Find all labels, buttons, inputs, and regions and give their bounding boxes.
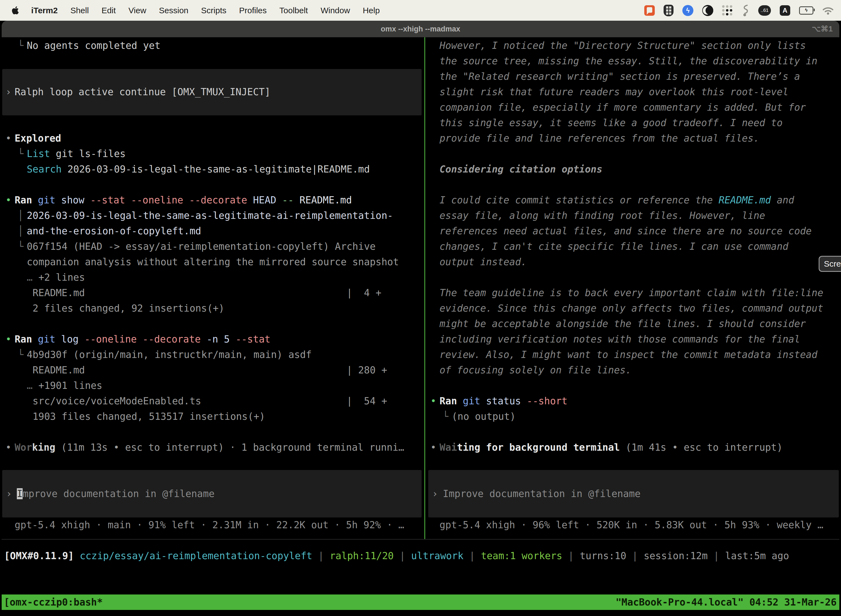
terminal-line: Search 2026-03-09-is-legal-the-same-as-l…: [0, 161, 419, 177]
terminal-line: slight risk that future readers may over…: [425, 84, 841, 100]
menu-items: iTerm2ShellEditViewSessionScriptsProfile…: [31, 6, 379, 15]
bullet-icon: •: [431, 440, 436, 455]
terminal-line: 2 files changed, 92 insertions(+): [0, 301, 419, 316]
tree-guide-icon: │: [18, 223, 23, 239]
terminal-line: provide file and line references from th…: [425, 131, 841, 146]
terminal-line: … +1901 lines: [0, 378, 419, 393]
terminal-line: │and-the-erosion-of-copyleft.md: [0, 223, 419, 239]
bullet-icon: •: [6, 331, 11, 347]
screen: omx --xhigh --madmax ⌥⌘1 iTerm2ShellEdit…: [0, 0, 841, 616]
terminal-line: I could cite commit statistics or refere…: [425, 192, 841, 208]
terminal-line: •Working (11m 13s • esc to interrupt) · …: [0, 440, 419, 455]
terminal-line: references need actual files, and since …: [425, 223, 841, 239]
tree-guide-icon: └: [18, 239, 23, 254]
terminal-line: including verification notes with those …: [425, 331, 841, 347]
menu-shell[interactable]: Shell: [70, 6, 89, 15]
prompt-chevron-icon: ›: [6, 84, 11, 100]
dots-grid-icon[interactable]: [722, 5, 732, 15]
menu-help[interactable]: Help: [363, 6, 380, 15]
terminal-line: of focusing solely on file lines.: [425, 362, 841, 378]
terminal-line: └(no output): [425, 409, 841, 424]
menu-iterm2[interactable]: iTerm2: [31, 6, 58, 15]
window-shortcut-badge: ⌥⌘1: [812, 21, 833, 37]
terminal-line: The team guideline is to back every impo…: [425, 285, 841, 301]
left-prompt-input[interactable]: › I mprove documentation in @filename: [2, 470, 422, 518]
menu-view[interactable]: View: [129, 6, 146, 15]
apple-icon[interactable]: [12, 6, 19, 15]
terminal-line: ›Ralph loop active continue [OMX_TMUX_IN…: [0, 84, 419, 100]
terminal-line: review. Also, I might want to inspect th…: [425, 347, 841, 362]
tree-guide-icon: │: [18, 208, 23, 223]
terminal-line: this single essay, it seems like a good …: [425, 115, 841, 131]
terminal-line: 1903 files changed, 513517 insertions(+): [0, 409, 419, 424]
menu-profiles[interactable]: Profiles: [239, 6, 267, 15]
menu-edit[interactable]: Edit: [101, 6, 116, 15]
battery-charging-icon[interactable]: ϟ: [799, 6, 813, 15]
badge-61-icon[interactable]: ..61: [758, 5, 771, 16]
terminal-line: might be acceptable alongside the file l…: [425, 316, 841, 331]
wifi-icon[interactable]: [822, 6, 834, 15]
tmux-status-bar: [omx-cczip0:bash* "MacBook-Pro-44.local"…: [1, 594, 840, 610]
left-pane-status: gpt-5.4 xhigh · main · 91% left · 2.31M …: [15, 517, 404, 532]
terminal-line: companion analysis without altering the …: [0, 254, 419, 270]
squiggle-icon[interactable]: [741, 4, 749, 17]
bullet-icon: •: [6, 192, 11, 208]
tree-guide-icon: └: [18, 38, 23, 53]
bullet-icon: •: [6, 440, 11, 455]
pane-bottom-rule: [1, 539, 840, 540]
menubar-status-icons: ϟ ..61 A ϟ: [644, 0, 834, 21]
terminal-line: src/voice/voiceModeEnabled.ts | 54 +: [0, 393, 419, 409]
text-cursor: I: [17, 488, 23, 499]
prompt-chevron-icon: ›: [432, 488, 438, 499]
tmux-session-label: [omx-cczip0:bash*: [4, 594, 103, 610]
terminal-line: output instead.: [425, 254, 841, 270]
arc-crescent-icon[interactable]: [702, 5, 713, 16]
terminal-line: └4b9d30f (origin/main, instructkr/main, …: [0, 347, 419, 362]
terminal-line: However, I noticed the "Directory Struct…: [425, 38, 841, 53]
shield-grid-icon[interactable]: [664, 5, 674, 16]
chat-app-icon[interactable]: [644, 5, 655, 16]
menu-window[interactable]: Window: [321, 6, 350, 15]
terminal-line: README.md | 280 +: [0, 362, 419, 378]
letter-a-icon[interactable]: A: [780, 5, 790, 16]
terminal-line: essay file, along with finding root file…: [425, 208, 841, 223]
terminal-line: Considering citation options: [425, 161, 841, 177]
terminal-line: changes, I can't cite specific file line…: [425, 239, 841, 254]
tmux-host-clock: "MacBook-Pro-44.local" 04:52 31-Mar-26: [615, 594, 837, 610]
terminal-line: •Ran git log --oneline --decorate -n 5 -…: [0, 331, 419, 347]
prompt-chevron-icon: ›: [6, 488, 12, 499]
window-title: omx --xhigh --madmax: [0, 21, 841, 37]
terminal-line: └No agents completed yet: [0, 38, 419, 53]
terminal-line: │2026-03-09-is-legal-the-same-as-legitim…: [0, 208, 419, 223]
terminal-line: evidence. Since this change only affects…: [425, 301, 841, 316]
right-prompt-input[interactable]: › Improve documentation in @filename: [428, 470, 839, 518]
menu-bar: iTerm2ShellEditViewSessionScriptsProfile…: [0, 0, 841, 21]
right-prompt-placeholder: Improve documentation in @filename: [443, 488, 640, 499]
terminal-line: •Ran git show --stat --oneline --decorat…: [0, 192, 419, 208]
terminal-line: companion file, especially if more comme…: [425, 100, 841, 115]
tree-guide-icon: └: [18, 347, 23, 362]
terminal-line: the source tree, missing the essay. Stil…: [425, 53, 841, 69]
terminal-line: … +2 lines: [0, 270, 419, 285]
terminal-line: •Explored: [0, 131, 419, 146]
blue-bolt-icon[interactable]: ϟ: [682, 5, 693, 16]
screen-overlay-button[interactable]: Scre: [819, 256, 841, 272]
right-pane-status: gpt-5.4 xhigh · 96% left · 520K in · 5.8…: [440, 517, 823, 532]
tree-guide-icon: └: [442, 409, 448, 424]
bullet-icon: •: [431, 393, 436, 409]
tree-guide-icon: └: [18, 146, 23, 161]
terminal-line: └067f154 (HEAD -> essay/ai-reimplementat…: [0, 239, 419, 254]
menu-toolbelt[interactable]: Toolbelt: [280, 6, 308, 15]
menu-scripts[interactable]: Scripts: [201, 6, 227, 15]
menu-session[interactable]: Session: [159, 6, 189, 15]
terminal-line: README.md | 4 +: [0, 285, 419, 301]
terminal-line: •Waiting for background terminal (1m 41s…: [425, 440, 841, 455]
terminal-line: └List git ls-files: [0, 146, 419, 161]
bullet-icon: •: [6, 131, 11, 146]
left-prompt-placeholder: mprove documentation in @filename: [23, 488, 214, 499]
terminal-line: •Ran git status --short: [425, 393, 841, 409]
omx-status-bar: [OMX#0.11.9] cczip/essay/ai-reimplementa…: [4, 548, 789, 563]
terminal-line: the "Related research writing" section i…: [425, 69, 841, 84]
